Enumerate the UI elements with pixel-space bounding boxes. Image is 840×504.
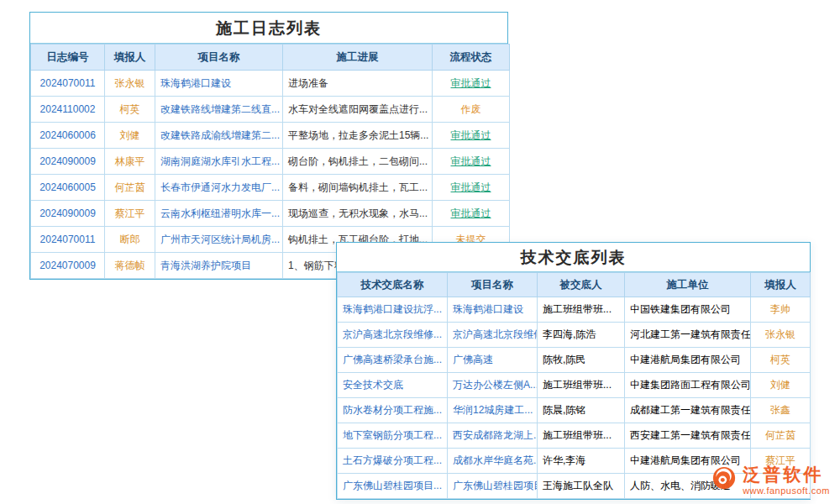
project-cell[interactable]: 华润12城房建工...: [448, 398, 538, 423]
recipient-cell: 施工班组带班...: [538, 373, 625, 398]
recipient-cell: 施工班组带班...: [538, 423, 625, 449]
name-cell[interactable]: 防水卷材分项工程施...: [338, 398, 448, 423]
project-cell[interactable]: 京沪高速北京段维修: [448, 323, 538, 348]
reporter-cell: 李帅: [751, 297, 811, 323]
column-header: 技术交底名称: [338, 273, 448, 297]
column-header: 施工单位: [625, 273, 751, 297]
progress-cell: 砌台阶，钩机排土，二包砌间...: [283, 149, 433, 175]
table-row: 防水卷材分项工程施...华润12城房建工...陈晨,陈铭成都建工第一建筑有限责任…: [338, 398, 811, 423]
id-cell: 2024060005: [31, 175, 105, 201]
table-row: 2024070011张永银珠海鹤港口建设进场准备审批通过: [31, 71, 510, 97]
project-cell[interactable]: 云南水利枢纽潜明水库一...: [155, 201, 283, 227]
reporter-cell: 蔡江平: [105, 201, 155, 227]
id-cell: 2024090009: [31, 201, 105, 227]
id-cell: 2024070009: [31, 253, 105, 279]
name-cell[interactable]: 京沪高速北京段维修...: [338, 323, 448, 348]
project-cell[interactable]: 珠海鹤港口建设: [448, 297, 538, 323]
name-cell[interactable]: 广佛高速桥梁承台施...: [338, 348, 448, 373]
unit-cell: 西安建工第一建筑有限责任公司: [625, 423, 751, 449]
progress-cell: 平整场地，拉走多余泥土15辆...: [283, 123, 433, 149]
column-header: 施工进展: [283, 45, 433, 71]
id-cell: 2024090009: [31, 149, 105, 175]
watermark: 泛普软件 www.fanpusoft.com: [711, 465, 830, 496]
project-cell[interactable]: 改建铁路线增建第二线直...: [155, 97, 283, 123]
table-row: 2024090009蔡江平云南水利枢纽潜明水库一...现场巡查，无积水现象，水马…: [31, 201, 510, 227]
reporter-cell: 蒋德帧: [105, 253, 155, 279]
status-cell[interactable]: 作废: [433, 97, 510, 123]
status-cell[interactable]: 审批通过: [433, 149, 510, 175]
unit-cell: 成都建工第一建筑有限责任公司: [625, 398, 751, 423]
reporter-cell: 何芷茵: [105, 175, 155, 201]
table-row: 京沪高速北京段维修...京沪高速北京段维修李四海,陈浩河北建工第一建筑有限责任公…: [338, 323, 811, 348]
column-header: 填报人: [751, 273, 811, 297]
name-cell[interactable]: 珠海鹤港口建设抗浮...: [338, 297, 448, 323]
header-row: 日志编号填报人项目名称施工进展流程状态: [31, 45, 510, 71]
reporter-cell: 张永银: [105, 71, 155, 97]
name-cell[interactable]: 广东佛山碧桂园项目...: [338, 474, 448, 499]
status-cell[interactable]: 审批通过: [433, 123, 510, 149]
construction-log-header: 日志编号填报人项目名称施工进展流程状态: [31, 45, 510, 71]
project-cell[interactable]: 长春市伊通河水力发电厂...: [155, 175, 283, 201]
reporter-cell: 断郎: [105, 227, 155, 253]
progress-cell: 进场准备: [283, 71, 433, 97]
recipient-cell: 王海施工队全队: [538, 474, 625, 499]
recipient-cell: 施工班组带班...: [538, 297, 625, 323]
id-cell: 2024110002: [31, 97, 105, 123]
project-cell[interactable]: 改建铁路成渝线增建第二...: [155, 123, 283, 149]
unit-cell: 中建集团路面工程有限公司: [625, 373, 751, 398]
column-header: 填报人: [105, 45, 155, 71]
table-row: 广佛高速桥梁承台施...广佛高速陈牧,陈民中建港航局集团有限公司柯英: [338, 348, 811, 373]
fanpu-logo-icon: [711, 465, 737, 494]
recipient-cell: 李四海,陈浩: [538, 323, 625, 348]
reporter-cell: 张永银: [751, 323, 811, 348]
project-cell[interactable]: 万达办公楼左侧A...: [448, 373, 538, 398]
reporter-cell: 张鑫: [751, 398, 811, 423]
reporter-cell: 柯英: [751, 348, 811, 373]
status-cell[interactable]: 审批通过: [433, 71, 510, 97]
progress-cell: 备料，砌间墙钩机排土，瓦工...: [283, 175, 433, 201]
table-row: 2024090009林康平湖南洞庭湖水库引水工程...砌台阶，钩机排土，二包砌间…: [31, 149, 510, 175]
construction-log-title: 施工日志列表: [30, 13, 507, 44]
column-header: 被交底人: [538, 273, 625, 297]
brand-url[interactable]: www.fanpusoft.com: [743, 486, 830, 496]
project-cell[interactable]: 广佛高速: [448, 348, 538, 373]
status-cell[interactable]: 审批通过: [433, 175, 510, 201]
table-row: 安全技术交底万达办公楼左侧A...施工班组带班...中建集团路面工程有限公司刘健: [338, 373, 811, 398]
unit-cell: 中建港航局集团有限公司: [625, 348, 751, 373]
name-cell[interactable]: 地下室钢筋分项工程...: [338, 423, 448, 449]
table-row: 地下室钢筋分项工程...西安成都路龙湖上...施工班组带班...西安建工第一建筑…: [338, 423, 811, 449]
project-cell[interactable]: 青海洪湖养护院项目: [155, 253, 283, 279]
project-cell[interactable]: 湖南洞庭湖水库引水工程...: [155, 149, 283, 175]
name-cell[interactable]: 土石方爆破分项工程...: [338, 449, 448, 474]
reporter-cell: 林康平: [105, 149, 155, 175]
name-cell[interactable]: 安全技术交底: [338, 373, 448, 398]
id-cell: 2024070011: [31, 71, 105, 97]
reporter-cell: 刘健: [751, 373, 811, 398]
construction-log-panel: 施工日志列表 日志编号填报人项目名称施工进展流程状态 2024070011张永银…: [29, 12, 508, 280]
reporter-cell: 何芷茵: [751, 423, 811, 449]
id-cell: 2024070011: [31, 227, 105, 253]
recipient-cell: 许华,李海: [538, 449, 625, 474]
brand-name: 泛普软件: [743, 465, 830, 484]
project-cell[interactable]: 广东佛山碧桂园项目: [448, 474, 538, 499]
project-cell[interactable]: 珠海鹤港口建设: [155, 71, 283, 97]
reporter-cell: 刘健: [105, 123, 155, 149]
project-cell[interactable]: 西安成都路龙湖上...: [448, 423, 538, 449]
project-cell[interactable]: 广州市天河区统计局机房...: [155, 227, 283, 253]
unit-cell: 河北建工第一建筑有限责任公司: [625, 323, 751, 348]
column-header: 日志编号: [31, 45, 105, 71]
project-cell[interactable]: 成都水岸华庭名苑...: [448, 449, 538, 474]
progress-cell: 现场巡查，无积水现象，水马...: [283, 201, 433, 227]
column-header: 项目名称: [448, 273, 538, 297]
table-row: 2024060006刘健改建铁路成渝线增建第二...平整场地，拉走多余泥土15辆…: [31, 123, 510, 149]
unit-cell: 中国铁建集团有限公司: [625, 297, 751, 323]
column-header: 项目名称: [155, 45, 283, 71]
technical-disclosure-header: 技术交底名称项目名称被交底人施工单位填报人: [338, 273, 811, 297]
status-cell[interactable]: 审批通过: [433, 201, 510, 227]
table-row: 2024110002柯英改建铁路线增建第二线直...水车对全线遮阳网覆盖点进行.…: [31, 97, 510, 123]
progress-cell: 水车对全线遮阳网覆盖点进行...: [283, 97, 433, 123]
recipient-cell: 陈牧,陈民: [538, 348, 625, 373]
table-row: 2024060005何芷茵长春市伊通河水力发电厂...备料，砌间墙钩机排土，瓦工…: [31, 175, 510, 201]
technical-disclosure-title: 技术交底列表: [337, 243, 810, 272]
table-row: 珠海鹤港口建设抗浮...珠海鹤港口建设施工班组带班...中国铁建集团有限公司李帅: [338, 297, 811, 323]
